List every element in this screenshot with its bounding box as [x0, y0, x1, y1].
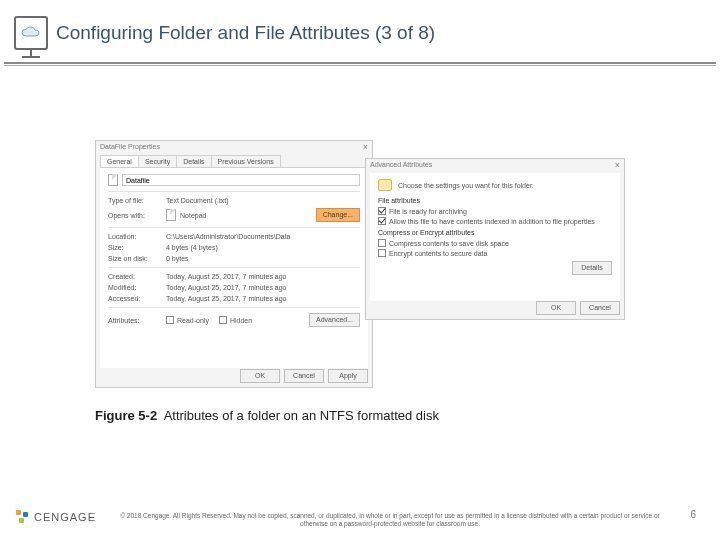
properties-dialog: DataFile Properties × General Security D… — [95, 140, 373, 388]
compress-encrypt-heading: Compress or Encrypt attributes — [378, 229, 612, 236]
accessed-label: Accessed: — [108, 295, 166, 302]
dialog-title: DataFile Properties — [100, 143, 160, 150]
change-button[interactable]: Change... — [316, 208, 360, 222]
logo-mark-icon — [16, 510, 30, 524]
size-on-disk-value: 0 bytes — [166, 255, 360, 262]
general-panel: Type of file:Text Document (.txt) Opens … — [100, 168, 368, 368]
brand-text: CENGAGE — [34, 511, 96, 523]
tab-general[interactable]: General — [100, 155, 139, 167]
close-icon[interactable]: × — [363, 142, 368, 152]
slide-footer: CENGAGE © 2018 Cengage. All Rights Reser… — [0, 492, 720, 540]
index-label: Allow this file to have contents indexed… — [389, 218, 595, 225]
adv-intro: Choose the settings you want for this fo… — [398, 182, 534, 189]
readonly-label: Read-only — [177, 317, 209, 324]
encrypt-label: Encrypt contents to secure data — [389, 250, 487, 257]
cancel-button[interactable]: Cancel — [284, 369, 324, 383]
type-value: Text Document (.txt) — [166, 197, 360, 204]
size-value: 4 bytes (4 bytes) — [166, 244, 360, 251]
adv-cancel-button[interactable]: Cancel — [580, 301, 620, 315]
location-value: C:\Users\Administrator\Documents\Data — [166, 233, 360, 240]
size-on-disk-label: Size on disk: — [108, 255, 166, 262]
advanced-button[interactable]: Advanced... — [309, 313, 360, 327]
adv-body: Choose the settings you want for this fo… — [370, 173, 620, 301]
figure-text: Attributes of a folder on an NTFS format… — [164, 408, 439, 423]
filename-input[interactable] — [122, 174, 360, 186]
adv-button-row: OK Cancel — [536, 301, 620, 315]
file-attributes-heading: File attributes — [378, 197, 612, 204]
page-number: 6 — [690, 509, 696, 520]
location-label: Location: — [108, 233, 166, 240]
close-icon[interactable]: × — [615, 160, 620, 170]
slide-title-row: Configuring Folder and File Attributes (… — [0, 14, 720, 68]
document-icon — [108, 174, 118, 186]
tab-security[interactable]: Security — [138, 155, 177, 167]
dialog-titlebar: DataFile Properties × — [96, 141, 372, 155]
figure-caption: Figure 5-2 Attributes of a folder on an … — [95, 408, 439, 423]
attributes-label: Attributes: — [108, 317, 166, 324]
dialog-button-row: OK Cancel Apply — [240, 369, 368, 383]
created-value: Today, August 25, 2017, 7 minutes ago — [166, 273, 360, 280]
index-checkbox[interactable]: Allow this file to have contents indexed… — [378, 217, 595, 225]
adv-title: Advanced Attributes — [370, 161, 432, 168]
folder-icon — [378, 179, 392, 191]
created-label: Created: — [108, 273, 166, 280]
adv-ok-button[interactable]: OK — [536, 301, 576, 315]
adv-titlebar: Advanced Attributes × — [366, 159, 624, 173]
apply-button[interactable]: Apply — [328, 369, 368, 383]
advanced-attributes-dialog: Advanced Attributes × Choose the setting… — [365, 158, 625, 320]
figure-number: Figure 5-2 — [95, 408, 157, 423]
modified-value: Today, August 25, 2017, 7 minutes ago — [166, 284, 360, 291]
hidden-label: Hidden — [230, 317, 252, 324]
slide-title: Configuring Folder and File Attributes (… — [56, 22, 435, 44]
opens-label: Opens with: — [108, 212, 166, 219]
modified-label: Modified: — [108, 284, 166, 291]
title-rule — [4, 62, 716, 64]
archive-checkbox[interactable]: File is ready for archiving — [378, 207, 467, 215]
cloud-icon — [20, 26, 42, 40]
title-rule-thin — [4, 65, 716, 66]
opens-value: Notepad — [180, 212, 316, 219]
tab-previous-versions[interactable]: Previous Versions — [211, 155, 281, 167]
encrypt-checkbox[interactable]: Encrypt contents to secure data — [378, 249, 487, 257]
tab-details[interactable]: Details — [176, 155, 211, 167]
details-button[interactable]: Details — [572, 261, 612, 275]
copyright-text: © 2018 Cengage. All Rights Reserved. May… — [120, 512, 660, 528]
cloud-monitor-icon — [14, 16, 48, 50]
size-label: Size: — [108, 244, 166, 251]
archive-label: File is ready for archiving — [389, 208, 467, 215]
hidden-checkbox[interactable]: Hidden — [219, 316, 252, 324]
ok-button[interactable]: OK — [240, 369, 280, 383]
type-label: Type of file: — [108, 197, 166, 204]
accessed-value: Today, August 25, 2017, 7 minutes ago — [166, 295, 360, 302]
cengage-logo: CENGAGE — [16, 510, 96, 524]
compress-checkbox[interactable]: Compress contents to save disk space — [378, 239, 509, 247]
readonly-checkbox[interactable]: Read-only — [166, 316, 209, 324]
tab-strip: General Security Details Previous Versio… — [100, 155, 368, 168]
compress-label: Compress contents to save disk space — [389, 240, 509, 247]
notepad-icon — [166, 209, 176, 221]
